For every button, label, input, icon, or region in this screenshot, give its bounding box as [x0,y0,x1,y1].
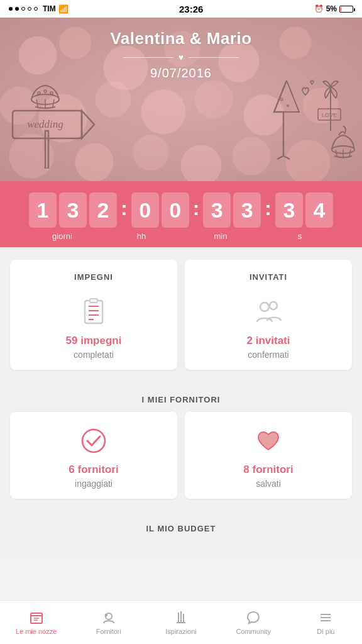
svg-text:LOVE: LOVE [322,112,337,118]
alarm-icon: ⏰ [314,4,324,13]
s-group: 3 4 [275,192,333,228]
divider-line-right [189,57,239,58]
impegni-label: completati [74,350,114,360]
fornitori-ingaggiati-label: ingaggiati [75,479,112,489]
right-illustrations: LOVE [243,74,356,175]
svg-point-7 [50,92,53,94]
hero-divider: ♥ [123,52,239,62]
svg-rect-0 [45,131,48,169]
status-bar: TIM 📶 23:26 ⏰ 5% [0,0,362,18]
giorni-d3: 2 [89,192,117,228]
fornitori-section-title: I MIEI FORNITORI [10,395,352,404]
hero-illustrations: wedding [0,68,362,181]
couple-name: Valentina & Mario [110,29,251,48]
status-left: TIM 📶 [9,4,69,14]
min-group: 3 3 [203,192,261,228]
fornitori-salvati-label: salvati [256,479,281,489]
hero-section: Valentina & Mario ♥ 9/07/2016 wedding [0,18,362,181]
status-time: 23:26 [179,4,203,14]
sep2: : [193,197,200,220]
invitati-title: INVITATI [250,272,287,282]
wifi-icon: 📶 [58,4,69,14]
invitati-stat: 2 invitati [247,335,290,347]
impegni-title: IMPEGNI [74,272,113,282]
signal-dot-5 [34,7,38,11]
svg-point-5 [38,92,40,94]
giorni-d1: 1 [29,192,57,228]
hero-content: Valentina & Mario ♥ 9/07/2016 [110,29,251,80]
nav-ispirazioni-label: Ispirazioni [165,628,197,635]
signal-dot-3 [21,7,25,11]
fornitori-section: I MIEI FORNITORI 6 fornitori ingaggiati [0,382,362,511]
svg-marker-2 [82,111,94,138]
giorni-label: giorni [32,231,92,241]
budget-title: IL MIO BUDGET [10,524,352,533]
fornitori-nav-icon [101,609,117,626]
cards-row-2: 6 fornitori ingaggiati 8 fornitori salva… [10,412,352,499]
nav-le-mie-nozze[interactable]: Le mie nozze [0,601,72,644]
le-mie-nozze-icon [28,609,45,626]
divider-line-left [123,57,173,58]
cards-row-1: IMPEGNI 59 impegni completati [10,260,352,370]
heart-icon: ♥ [178,52,184,62]
hh-group: 0 0 [131,192,189,228]
impegni-stat: 59 impegni [66,335,122,347]
nav-di-piu-label: Di più [317,628,334,635]
check-circle-icon [77,425,110,457]
battery-percent: 5% [326,4,337,13]
svg-text:wedding: wedding [27,118,63,130]
hh-d2: 0 [162,192,189,228]
guests-icon [252,296,285,328]
ispirazioni-icon [173,609,189,626]
nav-le-mie-nozze-label: Le mie nozze [16,628,57,635]
signal-dot-2 [15,7,19,11]
svg-line-17 [336,150,337,156]
battery-fill [341,7,341,11]
svg-rect-25 [90,299,97,303]
svg-line-10 [53,99,54,107]
countdown-section: 1 3 2 : 0 0 : 3 3 : 3 4 [0,181,362,247]
s-label-group: s [270,231,330,241]
nav-community[interactable]: Community [217,601,290,644]
sep1: : [121,197,128,220]
invitati-card[interactable]: INVITATI 2 invitati confermati [185,260,352,370]
fornitori-salvati-stat: 8 fornitori [243,464,293,476]
fornitori-ingaggiati-card[interactable]: 6 fornitori ingaggiati [10,412,177,499]
min-d1: 3 [203,192,231,228]
checklist-icon [77,296,110,328]
giorni-group: 1 3 2 [29,192,117,228]
signal-dot-1 [9,7,13,11]
countdown-digits: 1 3 2 : 0 0 : 3 3 : 3 4 [29,192,333,228]
fornitori-salvati-card[interactable]: 8 fornitori salvati [185,412,352,499]
giorni-label-group: giorni [32,231,92,241]
hh-label: hh [111,231,172,241]
wedding-sign-illustration: wedding [6,80,107,169]
nav-fornitori[interactable]: Fornitori [72,601,145,644]
s-d2: 4 [305,192,333,228]
status-right: ⏰ 5% [314,4,353,13]
svg-point-6 [44,90,47,92]
giorni-d2: 3 [59,192,87,228]
nav-di-piu[interactable]: Di più [290,601,362,644]
min-label: min [190,231,251,241]
wedding-date: 9/07/2016 [150,66,212,80]
hh-d1: 0 [131,192,159,228]
svg-line-8 [36,99,38,107]
s-d1: 3 [275,192,303,228]
impegni-card[interactable]: IMPEGNI 59 impegni completati [10,260,177,370]
svg-point-28 [82,430,105,452]
signal-dot-4 [28,7,31,11]
svg-point-27 [270,302,277,309]
min-label-group: min [190,231,251,241]
countdown-labels: giorni hh min s [0,231,362,241]
main-content: Valentina & Mario ♥ 9/07/2016 wedding [0,18,362,606]
battery-icon [339,6,353,13]
nav-ispirazioni[interactable]: Ispirazioni [145,601,217,644]
svg-point-12 [287,105,289,107]
community-icon [245,609,261,626]
bottom-navigation: Le mie nozze Fornitori Ispirazioni [0,600,362,644]
svg-point-11 [280,98,283,101]
budget-section: IL MIO BUDGET [0,511,362,558]
heart-filled-icon [252,425,285,457]
impegni-invitati-section: IMPEGNI 59 impegni completati [0,247,362,382]
